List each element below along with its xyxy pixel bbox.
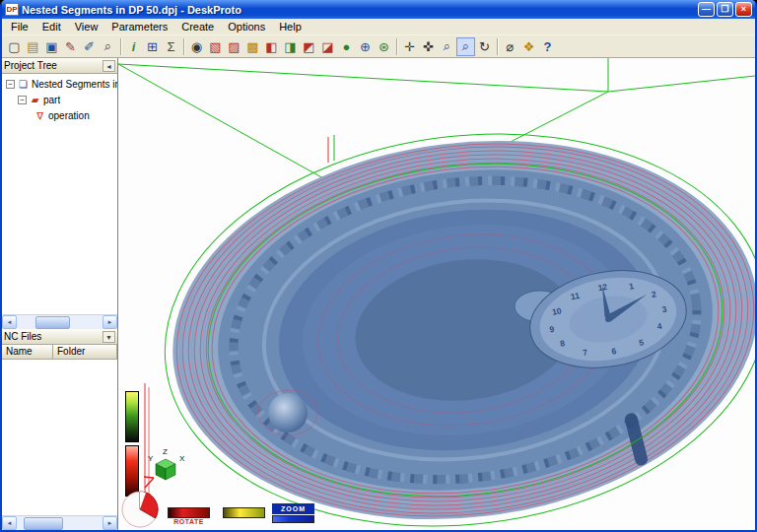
scrollbar-thumb[interactable]	[35, 316, 70, 329]
tree-node-project[interactable]: − ❏ Nested Segments in DP	[2, 76, 117, 92]
height-legend-bar	[125, 391, 139, 442]
render-sphere-icon[interactable]: ●	[337, 37, 356, 56]
zoom-in-icon[interactable]: ⌕	[438, 37, 456, 56]
project-tree-header: Project Tree ◄	[2, 58, 117, 74]
translate-widget[interactable]	[223, 507, 265, 518]
axis-triad: Y Z X	[144, 444, 187, 492]
rotate-drag-bar[interactable]	[168, 507, 210, 518]
tree-horizontal-scrollbar[interactable]: ◄ ►	[2, 314, 117, 329]
main-area: Project Tree ◄ − ❏ Nested Segments in DP…	[2, 58, 755, 530]
show-geometry-icon[interactable]: ▧	[206, 37, 225, 56]
context-help-icon[interactable]: ?	[538, 37, 557, 56]
scrollbar-track[interactable]	[17, 516, 103, 530]
scroll-right-icon[interactable]: ►	[103, 516, 117, 530]
nc-horizontal-scrollbar[interactable]: ◄ ►	[2, 515, 117, 530]
parameter-grid-icon[interactable]: ⊞	[143, 37, 162, 56]
zoom-widget-label: ZOOM	[272, 503, 314, 514]
scroll-right-icon[interactable]: ►	[103, 315, 117, 329]
zoom-window-icon[interactable]: ⌕	[456, 37, 475, 56]
show-tabs-icon[interactable]: ◨	[281, 37, 300, 56]
menu-create[interactable]: Create	[174, 20, 221, 34]
rotate-view-icon[interactable]: ↻	[475, 37, 494, 56]
maximize-button[interactable]: ❐	[717, 2, 733, 17]
toolbar-separator	[183, 38, 184, 55]
rotation-gauge	[120, 489, 160, 530]
axis-y-label: Y	[148, 454, 154, 463]
menu-view[interactable]: View	[68, 20, 105, 34]
pan-view-icon[interactable]: ✜	[419, 37, 438, 56]
menu-edit[interactable]: Edit	[35, 20, 68, 34]
new-file-icon[interactable]: ▢	[5, 37, 24, 56]
project-tree: − ❏ Nested Segments in DP − ▰ part ∇ ope…	[2, 74, 117, 314]
show-simulation-icon[interactable]: ◪	[318, 37, 337, 56]
translate-drag-bar[interactable]	[223, 507, 265, 518]
nc-files-title: NC Files	[4, 331, 103, 342]
tree-node-label: operation	[48, 110, 90, 121]
collapse-panel-icon[interactable]: ◄	[103, 60, 115, 72]
nc-files-header: NC Files ▼	[2, 329, 117, 345]
left-panel: Project Tree ◄ − ❏ Nested Segments in DP…	[2, 58, 118, 530]
tree-node-label: part	[43, 95, 60, 105]
svg-text:10: 10	[551, 305, 562, 317]
toolbar-separator	[497, 38, 498, 55]
tree-node-part[interactable]: − ▰ part	[2, 92, 117, 107]
menu-file[interactable]: File	[4, 20, 35, 34]
wizard-icon[interactable]: ✎	[61, 37, 80, 56]
part-icon: ▰	[29, 95, 41, 105]
close-button[interactable]: ×	[735, 2, 752, 17]
column-name[interactable]: Name	[2, 345, 53, 360]
expander-icon[interactable]: −	[6, 80, 15, 89]
show-milling-area-icon[interactable]: ▨	[225, 37, 243, 56]
scrollbar-thumb[interactable]	[24, 517, 63, 530]
menubar: File Edit View Parameters Create Options…	[2, 19, 755, 35]
info-icon[interactable]: i	[124, 37, 143, 56]
scroll-left-icon[interactable]: ◄	[2, 315, 17, 329]
menu-options[interactable]: Options	[221, 20, 272, 34]
3d-viewport[interactable]: 12 1 2 3 4 5 6 7 8 9 10 11	[118, 58, 755, 530]
show-toolpath-icon[interactable]: ◩	[300, 37, 318, 56]
titlebar[interactable]: DP Nested Segments in DP 50.dpj - DeskPr…	[2, 0, 755, 19]
toolbar-separator	[396, 38, 397, 55]
rotate-widget-label: ROTATE	[168, 518, 210, 525]
sphere-feature	[268, 393, 308, 432]
window-title: Nested Segments in DP 50.dpj - DeskProto	[22, 4, 696, 16]
color-settings-icon[interactable]: ❖	[519, 37, 538, 56]
collapse-section-icon[interactable]: ▼	[103, 331, 115, 343]
operation-icon: ∇	[34, 110, 46, 121]
scroll-left-icon[interactable]: ◄	[2, 516, 17, 530]
menu-parameters[interactable]: Parameters	[104, 20, 174, 34]
app-window: DP Nested Segments in DP 50.dpj - DeskPr…	[0, 0, 757, 532]
calculate-icon[interactable]: Σ	[162, 37, 180, 56]
show-hide-icon[interactable]: ◉	[187, 37, 206, 56]
tree-node-label: Nested Segments in DP	[32, 79, 117, 90]
app-icon[interactable]: DP	[5, 3, 19, 16]
project-tree-title: Project Tree	[4, 60, 103, 71]
zoom-drag-bar[interactable]	[272, 515, 314, 523]
column-folder[interactable]: Folder	[53, 345, 117, 360]
rotate-widget[interactable]: ROTATE	[168, 507, 210, 525]
project-icon: ❏	[17, 79, 30, 90]
measure-icon[interactable]: ⌀	[501, 37, 519, 56]
save-file-icon[interactable]: ▣	[42, 37, 61, 56]
zoom-widget[interactable]: ZOOM	[272, 503, 314, 523]
menu-help[interactable]: Help	[272, 20, 309, 34]
toolbar: ▢ ▤ ▣ ✎ ✐ ⌕ i ⊞ Σ ◉ ▧ ▨ ▩ ◧ ◨ ◩ ◪ ● ⊕ ⊛ …	[2, 35, 755, 58]
show-supports-icon[interactable]: ◧	[262, 37, 281, 56]
render-globe-icon[interactable]: ⊕	[356, 37, 375, 56]
print-preview-icon[interactable]: ⌕	[99, 37, 117, 56]
minimize-button[interactable]: —	[698, 2, 715, 17]
show-stock-icon[interactable]: ▩	[243, 37, 262, 56]
zoom-extents-icon[interactable]: ✛	[400, 37, 419, 56]
scrollbar-track[interactable]	[17, 315, 103, 329]
axis-x-label: X	[179, 454, 185, 463]
write-nc-file-icon[interactable]: ✐	[80, 37, 99, 56]
nc-files-column-header: Name Folder	[2, 345, 117, 360]
toolbar-separator	[120, 38, 121, 55]
axis-z-label: Z	[163, 447, 168, 456]
tree-node-operation[interactable]: ∇ operation	[2, 107, 117, 123]
3d-scene: 12 1 2 3 4 5 6 7 8 9 10 11	[118, 58, 755, 530]
expander-icon[interactable]: −	[18, 96, 27, 104]
open-file-icon[interactable]: ▤	[24, 37, 42, 56]
render-globe-2-icon[interactable]: ⊛	[375, 37, 393, 56]
nc-files-list[interactable]	[2, 360, 117, 515]
